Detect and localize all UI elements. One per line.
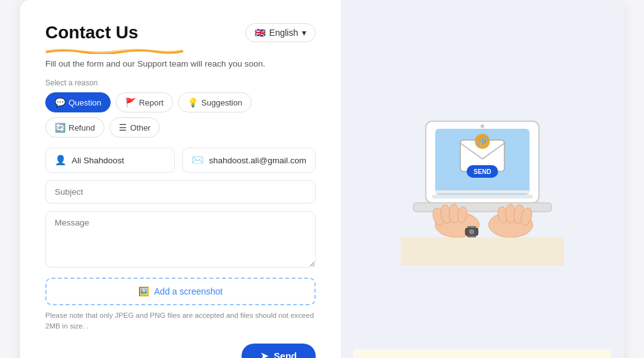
subject-input[interactable] (45, 180, 316, 203)
suggestion-icon: 💡 (187, 97, 198, 107)
svg-point-2 (480, 124, 484, 128)
contact-illustration: 🔗 (401, 19, 564, 349)
right-panel: 🔗 (341, 0, 624, 358)
email-icon: ✉️ (192, 155, 204, 166)
question-icon: 💬 (55, 97, 65, 107)
select-reason-label: Select a reason (45, 79, 316, 87)
flag-icon: 🇬🇧 (255, 28, 265, 38)
svg-point-17 (469, 229, 474, 234)
pill-question[interactable]: 💬 Question (45, 92, 111, 112)
svg-rect-7 (432, 195, 533, 198)
svg-text:🔗: 🔗 (477, 136, 489, 147)
send-button[interactable]: ➤ Send (242, 344, 316, 359)
language-selector[interactable]: 🇬🇧 English ▾ (245, 23, 316, 42)
svg-rect-16 (467, 236, 476, 237)
title-underline-decoration (45, 45, 184, 52)
report-icon: 🚩 (125, 97, 136, 107)
left-panel: Contact Us 🇬🇧 English ▾ Fill out the for… (20, 0, 341, 358)
name-field[interactable]: 👤 Ali Shahdoost (45, 148, 175, 173)
svg-rect-25 (401, 237, 564, 266)
add-screenshot-button[interactable]: 🖼️ Add a screenshot (45, 278, 316, 305)
send-btn-label: Send (274, 350, 297, 358)
send-row: ➤ Send (45, 344, 316, 359)
refund-icon: 🔄 (55, 122, 65, 133)
name-value: Ali Shahdoost (72, 156, 124, 165)
file-note-text: Please note that only JPEG and PNG files… (45, 310, 316, 332)
pill-suggestion-label: Suggestion (201, 98, 242, 107)
pill-suggestion[interactable]: 💡 Suggestion (178, 92, 252, 112)
svg-text:SEND: SEND (474, 168, 491, 175)
subtitle-text: Fill out the form and our Support team w… (45, 59, 316, 68)
language-label: English (269, 28, 298, 38)
pill-report[interactable]: 🚩 Report (116, 92, 173, 112)
pill-report-label: Report (139, 98, 164, 107)
other-icon: ☰ (119, 122, 127, 133)
send-icon: ➤ (260, 350, 269, 359)
header-row: Contact Us 🇬🇧 English ▾ (45, 23, 316, 43)
pill-other[interactable]: ☰ Other (109, 117, 160, 138)
name-email-row: 👤 Ali Shahdoost ✉️ shahdoost.ali@gmail.c… (45, 148, 316, 173)
pill-question-label: Question (69, 98, 101, 107)
email-value: shahdoost.ali@gmail.com (209, 156, 306, 165)
pill-other-label: Other (130, 123, 151, 133)
user-icon: 👤 (55, 155, 67, 166)
chevron-down-icon: ▾ (302, 28, 306, 38)
svg-point-12 (449, 204, 459, 223)
premium-banner: 👑 Premium users receive priority support… (353, 349, 611, 359)
email-field[interactable]: ✉️ shahdoost.ali@gmail.com (182, 148, 316, 173)
screenshot-btn-label: Add a screenshot (154, 286, 223, 296)
page-title: Contact Us (45, 23, 138, 43)
message-textarea[interactable] (45, 211, 316, 268)
svg-rect-8 (435, 190, 530, 193)
screenshot-icon: 🖼️ (138, 286, 149, 296)
reason-pills-container: 💬 Question 🚩 Report 💡 Suggestion 🔄 Refun… (45, 92, 316, 138)
pill-refund[interactable]: 🔄 Refund (45, 117, 104, 138)
pill-refund-label: Refund (69, 123, 95, 133)
svg-rect-15 (467, 226, 476, 228)
